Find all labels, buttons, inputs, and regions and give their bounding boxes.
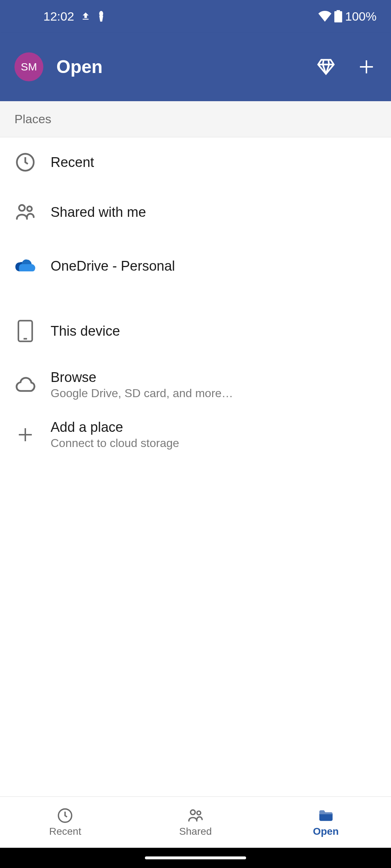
wifi-icon	[318, 11, 331, 22]
app-bar: SM Open	[0, 33, 391, 101]
place-shared[interactable]: Shared with me	[0, 187, 391, 237]
list-item-label: Browse	[51, 370, 233, 385]
svg-point-7	[27, 206, 32, 211]
svg-rect-1	[336, 10, 340, 11]
place-browse[interactable]: Browse Google Drive, SD card, and more…	[0, 360, 391, 410]
avatar-initials: SM	[21, 61, 37, 73]
avatar[interactable]: SM	[14, 52, 43, 81]
list-item-sublabel: Connect to cloud storage	[51, 437, 179, 450]
system-nav-bar	[0, 848, 391, 868]
status-left: 12:02	[14, 9, 105, 23]
list-item-label: Recent	[51, 155, 94, 170]
list-item-label: Add a place	[51, 420, 179, 435]
premium-button[interactable]	[316, 57, 336, 77]
svg-rect-2	[334, 11, 342, 22]
app-bar-actions	[316, 57, 377, 77]
place-onedrive[interactable]: OneDrive - Personal	[0, 237, 391, 295]
plus-icon	[14, 424, 36, 446]
cloud-icon	[14, 374, 36, 396]
tab-open[interactable]: Open	[261, 797, 391, 848]
list-item-sublabel: Google Drive, SD card, and more…	[51, 387, 233, 400]
plus-icon	[358, 58, 375, 76]
list-item-label: Shared with me	[51, 205, 146, 220]
upload-icon	[81, 11, 91, 21]
svg-point-13	[190, 810, 195, 815]
svg-point-14	[197, 811, 201, 815]
clock-icon	[14, 151, 36, 173]
people-icon	[14, 201, 36, 223]
place-recent[interactable]: Recent	[0, 137, 391, 187]
tab-shared[interactable]: Shared	[130, 797, 261, 848]
svg-point-0	[99, 11, 103, 16]
section-header: Places	[0, 101, 391, 137]
place-add[interactable]: Add a place Connect to cloud storage	[0, 410, 391, 460]
tab-label: Recent	[49, 826, 81, 837]
folder-icon	[318, 808, 334, 824]
tab-label: Shared	[179, 826, 212, 837]
lock-icon	[97, 11, 105, 22]
home-indicator[interactable]	[145, 856, 246, 859]
list-item-label: OneDrive - Personal	[51, 258, 175, 274]
places-list: Recent Shared with me OneDrive - Persona…	[0, 137, 391, 796]
place-device[interactable]: This device	[0, 302, 391, 360]
status-time: 12:02	[43, 9, 74, 23]
onedrive-icon	[14, 255, 36, 277]
phone-icon	[14, 320, 36, 342]
tab-label: Open	[313, 826, 339, 837]
people-icon	[188, 808, 203, 824]
bottom-nav: Recent Shared Open	[0, 796, 391, 848]
tab-recent[interactable]: Recent	[0, 797, 130, 848]
diamond-icon	[317, 57, 335, 76]
battery-percent: 100%	[345, 9, 377, 23]
clock-icon	[57, 808, 73, 824]
page-title: Open	[56, 56, 316, 77]
list-item-label: This device	[51, 323, 120, 339]
status-right: 100%	[318, 9, 377, 23]
status-bar: 12:02 100%	[0, 0, 391, 33]
svg-point-6	[19, 205, 25, 211]
battery-icon	[334, 10, 342, 22]
section-header-label: Places	[14, 112, 377, 126]
add-button[interactable]	[356, 57, 377, 77]
